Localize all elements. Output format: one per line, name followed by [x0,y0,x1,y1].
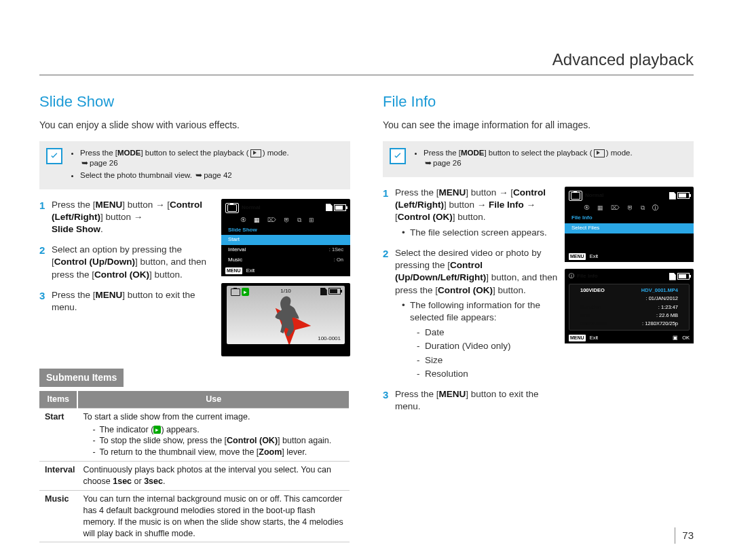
lcd-slide-show-menu: Normal ⦿▦⌦⛨⧉⊞ Slide Show Start Interval:… [221,199,350,276]
lcd-slide-show-preview: ▸ 1/10 100-0001 [221,283,350,356]
slide-show-intro: You can enjoy a slide show with various … [39,119,350,132]
manual-page: Advanced playback Slide Show You can enj… [0,0,733,560]
file-info-heading: File Info [383,92,694,112]
submenu-table: ItemsUse Start To start a slide show fro… [39,391,350,543]
slide-show-steps: Press the [MENU] button → [Control (Left… [39,199,214,314]
left-column: Slide Show You can enjoy a slide show wi… [39,75,366,542]
header-title: Advanced playback [39,49,694,75]
check-icon [46,148,62,164]
check-icon [390,148,406,164]
slide-show-heading: Slide Show [39,92,350,112]
page-header: Advanced playback [39,0,694,75]
playback-mode-icon [250,149,261,157]
file-info-steps: Press the [MENU] button → [Control (Left… [383,187,558,413]
right-column: File Info You can see the image informat… [366,75,694,542]
silhouette-icon [264,291,312,340]
submenu-heading: Submenu Items [39,369,124,387]
note-box: Press the [MODE] button to select the pl… [39,141,350,189]
play-indicator-icon: ▸ [153,426,161,434]
file-info-intro: You can see the image information for al… [383,119,694,132]
play-indicator-icon: ▸ [242,288,249,296]
playback-mode-icon [594,149,605,157]
page-number: 73 [675,527,694,544]
lcd-file-info-detail: ⓘ File Info 100VIDEOHDV_0001.MP4 Date: 0… [565,269,694,343]
note-box: Press the [MODE] button to select the pl… [383,141,694,177]
note-text: Press the [MODE] button to select the pl… [69,148,289,183]
lcd-file-info-menu: Normal ⦿▦⌦⛨⧉ⓘ File Info Select Files MEN… [565,187,694,262]
